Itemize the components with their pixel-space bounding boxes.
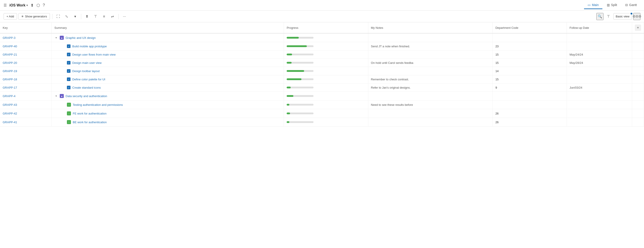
cell-empty: [632, 75, 644, 84]
cell-dept-code: 15: [492, 75, 566, 84]
add-column-button[interactable]: +: [635, 24, 641, 31]
upload-button[interactable]: ⬆: [84, 13, 91, 20]
share-icon[interactable]: ⬆: [30, 3, 34, 8]
progress-bar-fill: [287, 95, 293, 97]
progress-bar-bg: [287, 45, 314, 47]
key-link[interactable]: GRAPP-43: [3, 103, 17, 107]
summary-text[interactable]: FE work for authentication: [73, 112, 106, 115]
menu-icon[interactable]: ☰: [4, 3, 7, 7]
summary-text[interactable]: Design main user view: [72, 61, 102, 65]
tab-split[interactable]: ▥ Split: [603, 1, 621, 9]
checkbox-icon: ✓: [67, 77, 70, 81]
col-header-progress[interactable]: Progress: [284, 22, 368, 33]
funnel-button[interactable]: ⊤: [605, 13, 612, 20]
search-button[interactable]: 🔍: [596, 13, 604, 20]
progress-bar-bg: [287, 70, 314, 72]
cell-progress: [284, 75, 368, 84]
table-row: GRAPP-3▾▲Graphic and UX design: [0, 33, 644, 42]
cell-empty: [632, 118, 644, 126]
summary-text[interactable]: BE work for authentication: [73, 121, 107, 124]
cell-notes: Send JT a note when finished.: [368, 42, 492, 50]
cell-progress: [284, 92, 368, 101]
app-title-text: iOS Work: [10, 3, 26, 7]
summary-text[interactable]: Design toolbar layout: [72, 69, 100, 73]
cell-summary: ▾▲Graphic and UX design: [52, 33, 284, 42]
cell-key: GRAPP-17: [0, 84, 52, 92]
summary-text[interactable]: Define color palette for UI: [72, 78, 105, 81]
summary-text[interactable]: Data security and authentication: [66, 94, 107, 98]
key-link[interactable]: GRAPP-17: [3, 86, 17, 89]
app-title[interactable]: iOS Work ▾: [10, 3, 28, 7]
cell-progress: [284, 33, 368, 42]
key-link[interactable]: GRAPP-40: [3, 45, 17, 48]
tab-main[interactable]: ▭ Main: [584, 1, 602, 9]
gantt-tab-label: Gantt: [629, 3, 637, 7]
collapse-button[interactable]: ⤡: [63, 13, 70, 20]
progress-bar-fill: [287, 62, 292, 64]
main-table: Key Summary Progress My Notes Department…: [0, 22, 644, 126]
expand-button[interactable]: ⛶: [54, 13, 62, 20]
cell-key: GRAPP-3: [0, 33, 52, 42]
summary-text[interactable]: Build mobile app prototype: [72, 45, 107, 48]
key-link[interactable]: GRAPP-21: [3, 53, 17, 56]
key-link[interactable]: GRAPP-3: [3, 36, 16, 39]
cell-notes: On hold until Carol sends feedba: [368, 59, 492, 67]
basic-view-button[interactable]: Basic view: [613, 13, 632, 20]
cell-notes: [368, 50, 492, 59]
checkbox-icon: ✓: [67, 53, 70, 56]
table-row: GRAPP-19✓Design toolbar layout14: [0, 67, 644, 75]
summary-text[interactable]: Testing authentication and permissions: [73, 103, 123, 107]
columns-icon: ⦿⦿⦿: [632, 15, 641, 18]
story-icon: ▲: [60, 94, 64, 98]
cell-notes: Refer to Jan's original designs.: [368, 84, 492, 92]
cell-followup-date: [567, 92, 632, 101]
summary-text[interactable]: Create standard icons: [72, 86, 101, 89]
key-link[interactable]: GRAPP-41: [3, 121, 17, 124]
col-header-notes[interactable]: My Notes: [368, 22, 492, 33]
generators-icon: ✳: [21, 15, 24, 18]
checkbox-icon: ✓: [67, 44, 70, 48]
col-header-summary[interactable]: Summary: [52, 22, 284, 33]
chevron-down-button[interactable]: ▾: [72, 13, 79, 20]
columns-button[interactable]: ⦿⦿⦿: [633, 13, 640, 20]
cell-empty: [632, 84, 644, 92]
more-button[interactable]: ···: [121, 13, 128, 20]
filter3-icon: ⇌: [111, 14, 114, 18]
cell-followup-date: [567, 109, 632, 118]
add-button[interactable]: + Add: [4, 13, 17, 20]
cell-empty: [632, 92, 644, 101]
show-generators-button[interactable]: ✳ Show generators: [18, 13, 50, 20]
cell-followup-date: [567, 42, 632, 50]
cell-summary: ✓Design main user view: [52, 59, 284, 67]
progress-bar-fill: [287, 113, 290, 114]
help-icon[interactable]: ?: [43, 3, 45, 7]
subtask-icon: ↑: [67, 111, 71, 116]
filter1-button[interactable]: ⊤: [92, 13, 99, 20]
progress-bar-bg: [287, 54, 314, 55]
table-row: GRAPP-43↑Testing authentication and perm…: [0, 101, 644, 109]
summary-text[interactable]: Graphic and UX design: [66, 36, 96, 39]
collapse-btn[interactable]: ▾: [54, 94, 58, 98]
filter3-button[interactable]: ⇌: [109, 13, 116, 20]
cell-summary: ✓Build mobile app prototype: [52, 42, 284, 50]
key-link[interactable]: GRAPP-4: [3, 94, 16, 98]
cell-notes: [368, 109, 492, 118]
key-link[interactable]: GRAPP-18: [3, 78, 17, 81]
toolbar-right: 🔍 ⊤ Basic view ⦿⦿⦿: [596, 13, 640, 20]
key-link[interactable]: GRAPP-42: [3, 112, 17, 115]
tab-gantt[interactable]: ⊟ Gantt: [622, 1, 640, 9]
progress-bar-fill: [287, 104, 289, 106]
summary-text[interactable]: Design user flows from main view: [72, 53, 116, 56]
col-header-key[interactable]: Key: [0, 22, 52, 33]
cell-key: GRAPP-42: [0, 109, 52, 118]
key-link[interactable]: GRAPP-19: [3, 69, 17, 73]
filter2-button[interactable]: ≡: [100, 13, 108, 20]
key-link[interactable]: GRAPP-20: [3, 61, 17, 65]
connect-icon[interactable]: ⬡: [36, 3, 40, 8]
col-header-dept[interactable]: Department Code: [492, 22, 566, 33]
cell-dept-code: [492, 92, 566, 101]
collapse-btn[interactable]: ▾: [54, 36, 58, 39]
col-header-followup[interactable]: Follow-up Date: [567, 22, 632, 33]
table-row: GRAPP-41↑BE work for authentication26: [0, 118, 644, 126]
cell-summary: ↑BE work for authentication: [52, 118, 284, 126]
